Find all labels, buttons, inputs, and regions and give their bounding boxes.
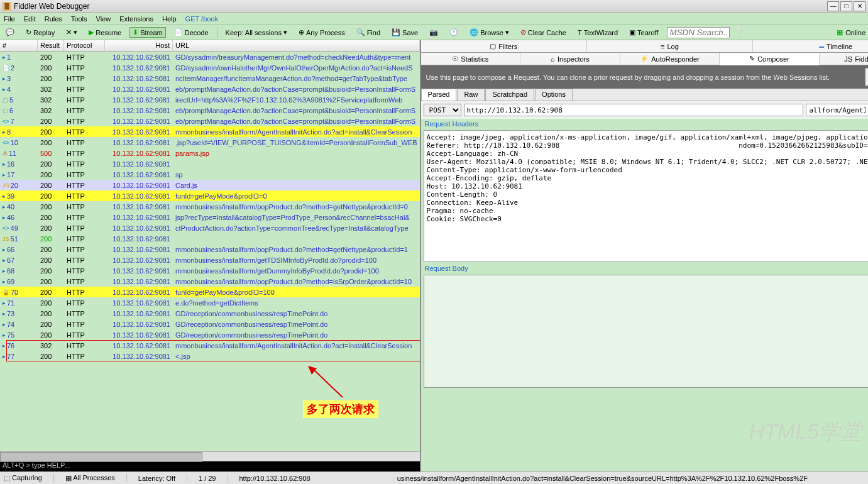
session-row[interactable]: ▸74200HTTP10.132.10.62:9081GD/reception/…	[0, 319, 420, 329]
stream-icon: ⬇	[133, 28, 138, 36]
svg-rect-1	[5, 3, 9, 9]
stream-button[interactable]: ⬇Stream	[129, 27, 165, 38]
session-row[interactable]: ▢5302HTTP10.132.10.62:9081irectUrl=http%…	[0, 94, 420, 105]
request-headers-textarea[interactable]: Accept: image/jpeg, application/x-ms-app…	[424, 130, 868, 262]
grid-header[interactable]: # Result Protocol Host URL	[0, 40, 420, 52]
clear-cache-button[interactable]: ⊘Clear Cache	[517, 27, 569, 38]
subtab-raw[interactable]: Raw	[457, 89, 485, 101]
quick-get-book[interactable]: GET /book	[185, 15, 218, 23]
session-row[interactable]: JS51200HTTP10.132.10.62:9081	[0, 233, 420, 244]
decode-button[interactable]: 📄Decode	[171, 27, 212, 38]
textwizard-button[interactable]: TTextWizard	[574, 28, 621, 38]
session-row[interactable]: ⚠11500HTTP10.132.10.62:9081params.jsp	[0, 148, 420, 158]
url-fragment-input[interactable]	[806, 104, 868, 116]
tab-composer[interactable]: ✎Composer	[720, 53, 820, 65]
screenshot-button[interactable]: 📷	[426, 27, 441, 38]
session-row[interactable]: ▸67200HTTP10.132.10.62:9081mmonbusiness/…	[0, 255, 420, 265]
session-row[interactable]: JS20200HTTP10.132.10.62:9081Card.js	[0, 180, 420, 190]
menu-view[interactable]: View	[96, 15, 111, 23]
close-button[interactable]: ✕	[854, 1, 865, 11]
session-row[interactable]: ▸68200HTTP10.132.10.62:9081mmonbusiness/…	[0, 265, 420, 276]
svg-line-2	[313, 369, 343, 397]
composer-description: Use this page to compose a Request. You …	[421, 65, 868, 89]
session-row[interactable]: ▸17200HTTP10.132.10.62:9081sp	[0, 169, 420, 180]
menu-help[interactable]: Help	[162, 15, 177, 23]
request-body-textarea[interactable]	[424, 275, 868, 388]
col-header-protocol[interactable]: Protocol	[64, 40, 105, 51]
quickexec-bar[interactable]: ALT+Q > type HELP...	[0, 461, 420, 471]
minimize-button[interactable]: —	[827, 1, 839, 11]
decode-icon: 📄	[174, 28, 183, 36]
timer-button[interactable]: 🕐	[446, 27, 461, 38]
save-button[interactable]: 💾Save	[388, 27, 421, 38]
replay-button[interactable]: ↻Replay	[23, 27, 58, 38]
col-header-index[interactable]: #	[0, 40, 38, 51]
status-latency[interactable]: Latency: Off	[138, 475, 187, 482]
tab-log[interactable]: ≡Log	[587, 40, 753, 52]
session-row[interactable]: ▸66200HTTP10.132.10.62:9081mmonbusiness/…	[0, 244, 420, 255]
tab-statistics[interactable]: ☉Statistics	[421, 53, 521, 65]
subtab-parsed[interactable]: Parsed	[421, 89, 457, 101]
any-process-button[interactable]: ⊕Any Process	[295, 27, 348, 38]
online-status[interactable]: ▦Online	[837, 28, 865, 36]
session-row[interactable]: ▢6302HTTP10.132.10.62:9081eb/promptManag…	[0, 105, 420, 116]
right-panel: ▢Filters ≡Log ═Timeline ☉Statistics ⌕Ins…	[421, 40, 868, 471]
subtab-scratchpad[interactable]: Scratchpad	[485, 89, 534, 101]
execute-button[interactable]: Execute	[865, 68, 868, 86]
col-header-url[interactable]: URL	[173, 40, 420, 51]
session-row[interactable]: ▸75200HTTP10.132.10.62:9081GD/reception/…	[0, 329, 420, 340]
find-button[interactable]: 🔍Find	[353, 27, 383, 38]
annotation-text: 多了两次请求	[303, 400, 378, 418]
status-processes[interactable]: ▦ All Processes	[65, 474, 127, 482]
col-header-result[interactable]: Result	[38, 40, 64, 51]
browse-button[interactable]: 🌐Browse ▾	[466, 27, 512, 38]
tab-autoresponder[interactable]: ⚡AutoResponder	[620, 53, 720, 65]
session-row[interactable]: <>10200HTTP10.132.10.62:9081.jsp?useId=V…	[0, 137, 420, 148]
session-row[interactable]: ▸73200HTTP10.132.10.62:9081GD/reception/…	[0, 308, 420, 319]
menu-file[interactable]: File	[4, 15, 15, 23]
maximize-button[interactable]: □	[840, 1, 852, 11]
col-header-host[interactable]: Host	[105, 40, 173, 51]
resume-button[interactable]: ▶Resume	[85, 27, 124, 38]
menu-edit[interactable]: Edit	[24, 15, 36, 23]
help-icon[interactable]: ❔	[735, 28, 744, 36]
menu-tools[interactable]: Tools	[71, 15, 87, 23]
status-capturing[interactable]: ⬚ Capturing	[4, 474, 54, 482]
session-row[interactable]: ▸8200HTTP10.132.10.62:9081mmonbusiness/i…	[0, 126, 420, 137]
session-row[interactable]: ▸16200HTTP10.132.10.62:9081	[0, 158, 420, 169]
url-input[interactable]	[464, 104, 804, 116]
horizontal-scrollbar[interactable]	[0, 451, 420, 461]
session-row[interactable]: ▸3200HTTP10.132.10.62:9081ncItemManager/…	[0, 73, 420, 84]
target-icon: ⊕	[299, 28, 304, 36]
session-row[interactable]: <>49200HTTP10.132.10.62:9081ctProductAct…	[0, 223, 420, 233]
method-select[interactable]: POST	[424, 104, 461, 116]
subtab-options[interactable]: Options	[535, 89, 573, 101]
sessions-grid[interactable]: ▸1200HTTP10.132.10.62:9081GD/sysadmin/tr…	[0, 52, 420, 451]
session-row[interactable]: ▸39200HTTP10.132.10.62:9081funId=getPayM…	[0, 190, 420, 201]
session-row[interactable]: ▸4302HTTP10.132.10.62:9081eb/promptManag…	[0, 84, 420, 94]
menu-extensions[interactable]: Extensions	[119, 15, 153, 23]
session-row[interactable]: ▸1200HTTP10.132.10.62:9081GD/sysadmin/tr…	[0, 52, 420, 62]
tab-filters[interactable]: ▢Filters	[421, 40, 587, 52]
keep-button[interactable]: Keep: All sessions ▾	[222, 27, 290, 38]
save-icon: 💾	[392, 28, 400, 36]
session-row[interactable]: 📄2200HTTP10.132.10.62:9081GD/sysadmin/ow…	[0, 62, 420, 73]
tab-timeline[interactable]: ═Timeline	[753, 40, 868, 52]
tab-inspectors[interactable]: ⌕Inspectors	[520, 53, 620, 65]
online-icon: ▦	[837, 28, 843, 36]
tearoff-icon: ▣	[629, 28, 635, 36]
session-row[interactable]: <>7200HTTP10.132.10.62:9081eb/promptMana…	[0, 116, 420, 126]
session-row[interactable]: ▸71200HTTP10.132.10.62:9081e.do?method=g…	[0, 297, 420, 308]
remove-button[interactable]: ✕▾	[63, 27, 80, 38]
session-row[interactable]: ▸69200HTTP10.132.10.62:9081mmonbusiness/…	[0, 276, 420, 287]
tearoff-button[interactable]: ▣Tearoff	[626, 27, 661, 38]
session-row[interactable]: ▸40200HTTP10.132.10.62:9081mmonbusiness/…	[0, 201, 420, 212]
comment-button[interactable]: 💬	[3, 27, 18, 38]
menu-rules[interactable]: Rules	[45, 15, 62, 23]
tab-fiddlerscript[interactable]: JSFiddlerScript	[820, 53, 868, 65]
bolt-icon: ⚡	[640, 55, 649, 63]
msdn-search-input[interactable]	[667, 27, 730, 38]
remove-icon: ✕	[66, 28, 72, 36]
session-row[interactable]: 🔒70200HTTP10.132.10.62:9081funId=getPayM…	[0, 287, 420, 297]
session-row[interactable]: ▸46200HTTP10.132.10.62:9081jsp?recType=I…	[0, 212, 420, 223]
